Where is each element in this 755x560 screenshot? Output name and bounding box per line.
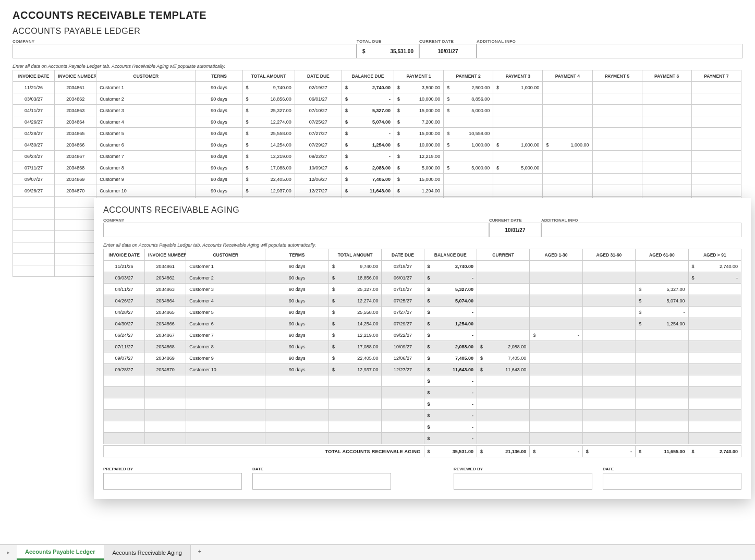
cell[interactable]: $8,856.00 (444, 93, 493, 105)
cell[interactable] (691, 139, 741, 151)
cell[interactable]: 90 days (196, 116, 242, 128)
cell[interactable]: 90 days (196, 93, 242, 105)
cell[interactable] (688, 410, 741, 421)
tab-add-icon[interactable]: + (191, 545, 209, 560)
cell[interactable] (688, 318, 741, 330)
cell[interactable]: 03/03/27 (104, 272, 145, 284)
cell[interactable]: 2034868 (145, 341, 186, 352)
cell[interactable]: 90 days (265, 261, 329, 272)
cell[interactable] (592, 185, 642, 197)
cell[interactable]: $5,000.00 (444, 105, 493, 116)
cell[interactable] (592, 116, 642, 128)
cell[interactable]: 11/21/26 (13, 82, 55, 93)
cell[interactable] (530, 318, 582, 330)
cell[interactable]: $- (424, 307, 477, 318)
cell[interactable] (543, 93, 592, 105)
cell[interactable] (691, 116, 741, 128)
cell[interactable]: 90 days (265, 352, 329, 364)
cell[interactable]: $10,558.00 (444, 128, 493, 139)
cell[interactable]: 06/01/27 (295, 93, 342, 105)
cell[interactable]: 04/28/27 (104, 307, 145, 318)
cell[interactable] (55, 242, 96, 254)
cell[interactable]: 90 days (265, 307, 329, 318)
cell[interactable] (688, 341, 741, 352)
cell[interactable]: 07/10/27 (382, 284, 424, 295)
cell[interactable] (493, 174, 543, 185)
cell[interactable]: $1,000.00 (493, 139, 543, 151)
cell[interactable] (691, 174, 741, 185)
cell[interactable]: $2,740.00 (688, 261, 741, 272)
cell[interactable]: 04/30/27 (13, 139, 55, 151)
cell[interactable] (636, 410, 688, 421)
cell[interactable]: 02/19/27 (295, 82, 342, 93)
cell[interactable] (444, 116, 493, 128)
cell[interactable] (691, 105, 741, 116)
cell[interactable] (477, 410, 529, 421)
cell[interactable] (477, 318, 529, 330)
cell[interactable]: 90 days (196, 82, 242, 93)
cell[interactable] (688, 307, 741, 318)
cell[interactable]: 09/22/27 (382, 330, 424, 341)
cell[interactable]: 12/27/27 (382, 364, 424, 375)
cell[interactable]: 04/26/27 (13, 116, 55, 128)
cell[interactable] (582, 352, 635, 364)
cell[interactable] (477, 433, 529, 444)
cell[interactable] (582, 307, 635, 318)
cell[interactable] (642, 162, 691, 174)
cell[interactable]: 06/24/27 (104, 330, 145, 341)
cell[interactable] (477, 398, 529, 410)
cell[interactable] (328, 421, 381, 433)
cell[interactable] (328, 375, 381, 387)
cell[interactable] (636, 352, 688, 364)
cell[interactable] (543, 162, 592, 174)
cell[interactable]: $12,219.00 (394, 151, 444, 162)
cell[interactable]: 06/24/27 (13, 151, 55, 162)
cell[interactable]: 09/28/27 (13, 185, 55, 197)
cell[interactable]: 09/28/27 (104, 364, 145, 375)
cell[interactable] (186, 433, 265, 444)
cell[interactable]: Customer 9 (96, 174, 196, 185)
cell[interactable]: Customer 4 (186, 295, 265, 307)
cell[interactable] (530, 421, 582, 433)
cell[interactable]: $2,500.00 (444, 82, 493, 93)
cell[interactable] (642, 116, 691, 128)
cell[interactable] (104, 375, 145, 387)
cell[interactable]: Customer 10 (186, 364, 265, 375)
cell[interactable]: 90 days (196, 185, 242, 197)
cell[interactable] (642, 139, 691, 151)
cell[interactable]: $15,000.00 (394, 105, 444, 116)
cell[interactable] (382, 398, 424, 410)
cell[interactable] (493, 105, 543, 116)
cell[interactable]: $17,088.00 (242, 162, 295, 174)
cell[interactable] (477, 272, 529, 284)
cell[interactable]: $5,327.00 (424, 284, 477, 295)
cell[interactable]: 90 days (196, 151, 242, 162)
cell[interactable]: Customer 2 (96, 93, 196, 105)
cell[interactable]: $3,500.00 (394, 82, 444, 93)
cell[interactable]: 04/11/27 (104, 284, 145, 295)
cell[interactable] (477, 387, 529, 398)
cell[interactable] (642, 174, 691, 185)
cell[interactable] (691, 128, 741, 139)
cell[interactable] (186, 375, 265, 387)
cell[interactable] (642, 185, 691, 197)
cell[interactable]: Customer 5 (186, 307, 265, 318)
cell[interactable] (145, 410, 186, 421)
cell[interactable]: Customer 10 (96, 185, 196, 197)
cell[interactable] (13, 231, 55, 242)
cell[interactable] (477, 330, 529, 341)
cell[interactable] (477, 307, 529, 318)
cell[interactable] (104, 398, 145, 410)
cell[interactable] (543, 185, 592, 197)
cell[interactable]: 2034870 (55, 185, 96, 197)
cell[interactable] (444, 174, 493, 185)
cell[interactable] (13, 220, 55, 231)
cell[interactable]: 90 days (196, 128, 242, 139)
cell[interactable] (265, 375, 329, 387)
cell[interactable]: $15,000.00 (394, 174, 444, 185)
cell[interactable]: 07/11/27 (104, 341, 145, 352)
cell[interactable]: 90 days (196, 105, 242, 116)
cell[interactable] (530, 272, 582, 284)
tab-nav-icon[interactable]: ▸ (0, 545, 17, 560)
cell[interactable]: $1,254.00 (342, 139, 394, 151)
